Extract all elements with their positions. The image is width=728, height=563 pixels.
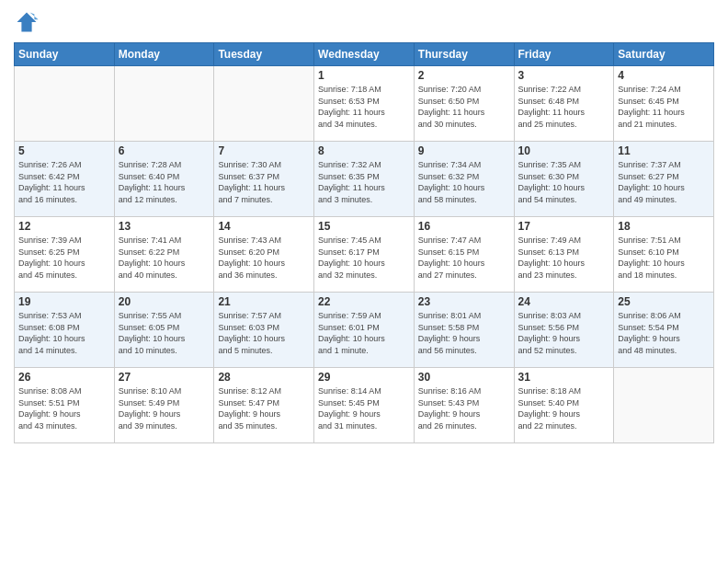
calendar-week-row: 12Sunrise: 7:39 AM Sunset: 6:25 PM Dayli…	[15, 217, 714, 293]
day-info: Sunrise: 8:16 AM Sunset: 5:43 PM Dayligh…	[418, 385, 510, 431]
calendar-cell: 11Sunrise: 7:37 AM Sunset: 6:27 PM Dayli…	[614, 142, 714, 217]
day-number: 15	[318, 220, 410, 233]
calendar-header-row: SundayMondayTuesdayWednesdayThursdayFrid…	[15, 43, 714, 66]
day-info: Sunrise: 7:39 AM Sunset: 6:25 PM Dayligh…	[18, 235, 110, 281]
day-info: Sunrise: 7:37 AM Sunset: 6:27 PM Dayligh…	[618, 159, 710, 205]
day-info: Sunrise: 7:57 AM Sunset: 6:03 PM Dayligh…	[218, 310, 310, 356]
day-number: 25	[618, 295, 710, 308]
day-number: 23	[418, 295, 510, 308]
day-number: 30	[418, 371, 510, 384]
weekday-header: Friday	[514, 43, 614, 66]
day-number: 22	[318, 295, 410, 308]
calendar-cell: 10Sunrise: 7:35 AM Sunset: 6:30 PM Dayli…	[514, 142, 614, 217]
calendar-cell: 17Sunrise: 7:49 AM Sunset: 6:13 PM Dayli…	[514, 217, 614, 293]
day-number: 27	[119, 371, 210, 384]
calendar-cell	[114, 66, 214, 142]
day-number: 24	[518, 295, 610, 308]
day-info: Sunrise: 7:26 AM Sunset: 6:42 PM Dayligh…	[18, 159, 110, 205]
calendar-cell: 23Sunrise: 8:01 AM Sunset: 5:58 PM Dayli…	[414, 293, 514, 368]
day-info: Sunrise: 8:06 AM Sunset: 5:54 PM Dayligh…	[618, 310, 710, 356]
day-info: Sunrise: 7:35 AM Sunset: 6:30 PM Dayligh…	[518, 159, 610, 205]
day-number: 10	[518, 144, 610, 157]
calendar-cell: 26Sunrise: 8:08 AM Sunset: 5:51 PM Dayli…	[15, 368, 115, 443]
day-number: 6	[119, 144, 210, 157]
calendar-cell: 16Sunrise: 7:47 AM Sunset: 6:15 PM Dayli…	[414, 217, 514, 293]
day-info: Sunrise: 7:20 AM Sunset: 6:50 PM Dayligh…	[418, 84, 510, 130]
calendar-cell: 30Sunrise: 8:16 AM Sunset: 5:43 PM Dayli…	[414, 368, 514, 443]
logo	[14, 9, 43, 35]
day-number: 13	[119, 220, 210, 233]
day-info: Sunrise: 8:10 AM Sunset: 5:49 PM Dayligh…	[119, 385, 210, 431]
calendar-week-row: 26Sunrise: 8:08 AM Sunset: 5:51 PM Dayli…	[15, 368, 714, 443]
day-number: 2	[418, 69, 510, 82]
day-number: 31	[518, 371, 610, 384]
calendar-cell: 21Sunrise: 7:57 AM Sunset: 6:03 PM Dayli…	[214, 293, 314, 368]
calendar-cell	[614, 368, 714, 443]
day-info: Sunrise: 7:28 AM Sunset: 6:40 PM Dayligh…	[119, 159, 210, 205]
day-number: 9	[418, 144, 510, 157]
calendar-week-row: 5Sunrise: 7:26 AM Sunset: 6:42 PM Daylig…	[15, 142, 714, 217]
day-info: Sunrise: 7:30 AM Sunset: 6:37 PM Dayligh…	[218, 159, 310, 205]
calendar-cell: 28Sunrise: 8:12 AM Sunset: 5:47 PM Dayli…	[214, 368, 314, 443]
calendar-cell: 24Sunrise: 8:03 AM Sunset: 5:56 PM Dayli…	[514, 293, 614, 368]
day-number: 1	[318, 69, 410, 82]
calendar-cell	[15, 66, 115, 142]
calendar-table: SundayMondayTuesdayWednesdayThursdayFrid…	[14, 42, 714, 443]
day-info: Sunrise: 7:55 AM Sunset: 6:05 PM Dayligh…	[119, 310, 210, 356]
day-number: 17	[518, 220, 610, 233]
day-number: 4	[618, 69, 710, 82]
day-number: 20	[119, 295, 210, 308]
calendar-cell: 7Sunrise: 7:30 AM Sunset: 6:37 PM Daylig…	[214, 142, 314, 217]
calendar-cell: 9Sunrise: 7:34 AM Sunset: 6:32 PM Daylig…	[414, 142, 514, 217]
day-info: Sunrise: 7:32 AM Sunset: 6:35 PM Dayligh…	[318, 159, 410, 205]
day-info: Sunrise: 8:14 AM Sunset: 5:45 PM Dayligh…	[318, 385, 410, 431]
weekday-header: Wednesday	[314, 43, 415, 66]
calendar-cell: 2Sunrise: 7:20 AM Sunset: 6:50 PM Daylig…	[414, 66, 514, 142]
weekday-header: Saturday	[614, 43, 714, 66]
calendar-cell: 5Sunrise: 7:26 AM Sunset: 6:42 PM Daylig…	[15, 142, 115, 217]
day-number: 14	[218, 220, 310, 233]
calendar-week-row: 1Sunrise: 7:18 AM Sunset: 6:53 PM Daylig…	[15, 66, 714, 142]
day-number: 29	[318, 371, 410, 384]
calendar-cell: 6Sunrise: 7:28 AM Sunset: 6:40 PM Daylig…	[114, 142, 214, 217]
day-number: 3	[518, 69, 610, 82]
calendar-cell: 20Sunrise: 7:55 AM Sunset: 6:05 PM Dayli…	[114, 293, 214, 368]
weekday-header: Sunday	[15, 43, 115, 66]
day-info: Sunrise: 7:24 AM Sunset: 6:45 PM Dayligh…	[618, 84, 710, 130]
day-number: 12	[18, 220, 110, 233]
day-info: Sunrise: 8:03 AM Sunset: 5:56 PM Dayligh…	[518, 310, 610, 356]
calendar-cell: 3Sunrise: 7:22 AM Sunset: 6:48 PM Daylig…	[514, 66, 614, 142]
day-info: Sunrise: 7:22 AM Sunset: 6:48 PM Dayligh…	[518, 84, 610, 130]
calendar-cell	[214, 66, 314, 142]
day-info: Sunrise: 8:18 AM Sunset: 5:40 PM Dayligh…	[518, 385, 610, 431]
calendar-cell: 1Sunrise: 7:18 AM Sunset: 6:53 PM Daylig…	[314, 66, 415, 142]
day-info: Sunrise: 8:01 AM Sunset: 5:58 PM Dayligh…	[418, 310, 510, 356]
calendar-cell: 13Sunrise: 7:41 AM Sunset: 6:22 PM Dayli…	[114, 217, 214, 293]
day-info: Sunrise: 7:45 AM Sunset: 6:17 PM Dayligh…	[318, 235, 410, 281]
day-info: Sunrise: 7:59 AM Sunset: 6:01 PM Dayligh…	[318, 310, 410, 356]
day-number: 5	[18, 144, 110, 157]
logo-icon	[14, 9, 40, 35]
calendar-cell: 25Sunrise: 8:06 AM Sunset: 5:54 PM Dayli…	[614, 293, 714, 368]
day-number: 11	[618, 144, 710, 157]
day-number: 7	[218, 144, 310, 157]
calendar-cell: 14Sunrise: 7:43 AM Sunset: 6:20 PM Dayli…	[214, 217, 314, 293]
day-number: 19	[18, 295, 110, 308]
calendar-week-row: 19Sunrise: 7:53 AM Sunset: 6:08 PM Dayli…	[15, 293, 714, 368]
calendar-cell: 4Sunrise: 7:24 AM Sunset: 6:45 PM Daylig…	[614, 66, 714, 142]
calendar-cell: 22Sunrise: 7:59 AM Sunset: 6:01 PM Dayli…	[314, 293, 415, 368]
day-info: Sunrise: 7:51 AM Sunset: 6:10 PM Dayligh…	[618, 235, 710, 281]
day-info: Sunrise: 7:49 AM Sunset: 6:13 PM Dayligh…	[518, 235, 610, 281]
day-number: 8	[318, 144, 410, 157]
calendar-cell: 29Sunrise: 8:14 AM Sunset: 5:45 PM Dayli…	[314, 368, 415, 443]
day-info: Sunrise: 8:12 AM Sunset: 5:47 PM Dayligh…	[218, 385, 310, 431]
day-info: Sunrise: 7:18 AM Sunset: 6:53 PM Dayligh…	[318, 84, 410, 130]
day-info: Sunrise: 7:53 AM Sunset: 6:08 PM Dayligh…	[18, 310, 110, 356]
day-info: Sunrise: 7:47 AM Sunset: 6:15 PM Dayligh…	[418, 235, 510, 281]
day-number: 16	[418, 220, 510, 233]
calendar-cell: 18Sunrise: 7:51 AM Sunset: 6:10 PM Dayli…	[614, 217, 714, 293]
calendar-cell: 12Sunrise: 7:39 AM Sunset: 6:25 PM Dayli…	[15, 217, 115, 293]
weekday-header: Monday	[114, 43, 214, 66]
weekday-header: Tuesday	[214, 43, 314, 66]
calendar-cell: 27Sunrise: 8:10 AM Sunset: 5:49 PM Dayli…	[114, 368, 214, 443]
